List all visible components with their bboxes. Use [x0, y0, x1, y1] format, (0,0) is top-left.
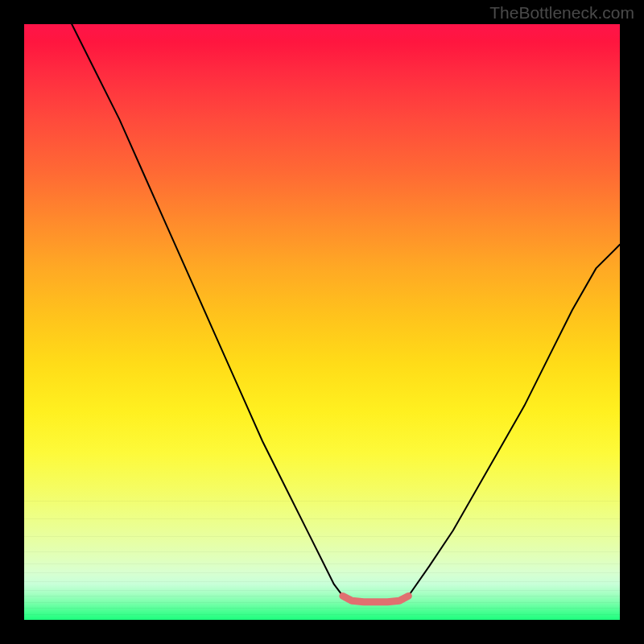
bottom-highlight-segment — [343, 596, 408, 601]
curve-layer — [24, 24, 620, 620]
watermark-text: TheBottleneck.com — [489, 3, 634, 23]
right-curve — [408, 245, 620, 597]
left-curve — [72, 24, 343, 596]
plot-area — [24, 24, 620, 620]
